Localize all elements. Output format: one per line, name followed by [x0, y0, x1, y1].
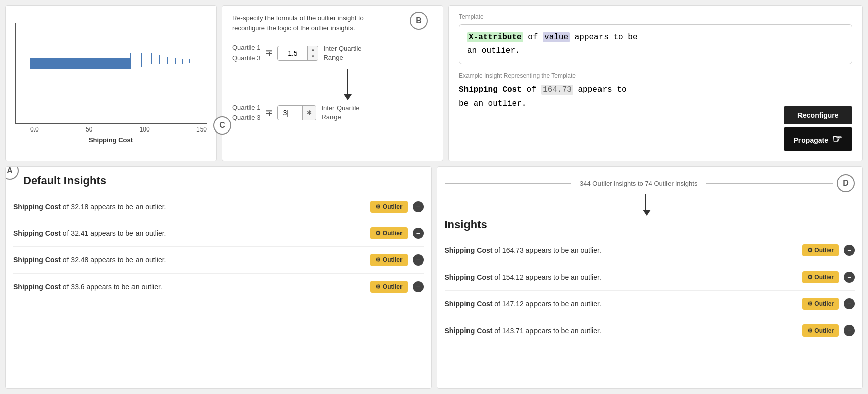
- propagate-label: Propagate: [794, 136, 828, 144]
- d-arrow-head: [643, 210, 651, 216]
- example-be-outlier: be an outlier.: [459, 99, 526, 108]
- x-label-0: 0.0: [30, 126, 39, 133]
- iqr-label-2: Inter Quartile Range: [321, 104, 359, 122]
- arrow-connector: [262, 69, 433, 100]
- plus-minus-1: ∓: [265, 48, 272, 58]
- right-insights-panel: 344 Outlier insights to 74 Outlier insig…: [437, 166, 863, 389]
- plus-minus-2: ∓: [265, 108, 272, 118]
- right-outlier-tag-4[interactable]: ⚙ Outlier: [802, 324, 839, 337]
- insight-bold-3: Shipping Cost: [13, 256, 61, 264]
- x-label-150: 150: [196, 126, 207, 133]
- tick1: [130, 53, 131, 69]
- tick4: [159, 55, 160, 64]
- quartile-row-2: Quartile 1 Quartile 3 ∓ 3| ✱ Inter Quart…: [232, 103, 433, 124]
- right-insight-text-4: Shipping Cost of 143.71 appears to be an…: [445, 326, 797, 335]
- remove-btn-2[interactable]: −: [413, 228, 424, 239]
- right-outlier-tag-2[interactable]: ⚙ Outlier: [802, 271, 839, 283]
- cursor-icon: ☞: [832, 133, 842, 146]
- right-insight-rest-2: of 154.12 appears to be an outlier.: [492, 273, 601, 281]
- chart-x-labels: 0.0 50 100 150: [15, 126, 207, 133]
- formula-description: Re-specify the formula of the outlier in…: [232, 13, 383, 33]
- insight-rest-1: of 32.18 appears to be an outlier.: [61, 203, 166, 211]
- outlier-tag-1[interactable]: ⚙ Outlier: [370, 201, 407, 213]
- example-shipping-cost: Shipping Cost: [459, 85, 522, 94]
- reconfigure-button[interactable]: Reconfigure: [784, 106, 852, 124]
- circle-d-label: D: [837, 174, 855, 192]
- remove-btn-4[interactable]: −: [413, 281, 424, 292]
- formula-panel: B C Re-specify the formula of the outlie…: [222, 5, 443, 161]
- default-insight-text-3: Shipping Cost of 32.48 appears to be an …: [13, 256, 365, 264]
- insights-count-text: 344 Outlier insights to 74 Outlier insig…: [580, 180, 697, 187]
- template-appears: appears to be: [575, 33, 638, 42]
- template-x-attr: X-attribute: [467, 32, 523, 42]
- header-left-line: [445, 183, 572, 184]
- remove-btn-1[interactable]: −: [413, 201, 424, 212]
- template-box: X-attribute of value appears to be an ou…: [459, 24, 852, 64]
- example-label: Example Insight Representing the Templat…: [459, 72, 852, 79]
- main-container: 0.0 50 100 150 Shipping Cost B C Re-spec…: [0, 0, 868, 394]
- right-insight-row-2: Shipping Cost of 154.12 appears to be an…: [445, 264, 855, 291]
- default-insight-text-1: Shipping Cost of 32.18 appears to be an …: [13, 203, 365, 211]
- right-outlier-tag-3[interactable]: ⚙ Outlier: [802, 298, 839, 310]
- default-insight-row-1: Shipping Cost of 32.18 appears to be an …: [13, 193, 424, 220]
- tick2: [141, 53, 142, 67]
- arrow-down-1[interactable]: ▼: [308, 53, 318, 60]
- tick6: [175, 58, 176, 64]
- right-insight-bold-3: Shipping Cost: [445, 300, 493, 308]
- right-insight-row-4: Shipping Cost of 143.71 appears to be an…: [445, 317, 855, 344]
- propagate-button[interactable]: Propagate☞: [784, 127, 852, 151]
- right-remove-btn-4[interactable]: −: [844, 325, 855, 336]
- right-outlier-tag-1[interactable]: ⚙ Outlier: [802, 244, 839, 256]
- chart-area: [15, 23, 207, 124]
- value-2-text[interactable]: 3|: [278, 106, 303, 120]
- chart-title: Shipping Cost: [89, 136, 133, 144]
- right-remove-btn-3[interactable]: −: [844, 298, 855, 309]
- outlier-tag-2[interactable]: ⚙ Outlier: [370, 227, 407, 239]
- remove-btn-3[interactable]: −: [413, 254, 424, 266]
- arrow-up-1[interactable]: ▲: [308, 46, 318, 53]
- circle-a-label: A: [5, 166, 19, 180]
- insight-rest-3: of 32.48 appears to be an outlier.: [61, 256, 166, 264]
- outlier-tag-4[interactable]: ⚙ Outlier: [370, 281, 407, 293]
- default-insight-text-4: Shipping Cost of 33.6 appears to be an o…: [13, 283, 365, 291]
- right-remove-btn-1[interactable]: −: [844, 245, 855, 256]
- outlier-tag-3[interactable]: ⚙ Outlier: [370, 254, 407, 266]
- right-insight-bold-1: Shipping Cost: [445, 246, 493, 254]
- right-panel-header-area: 344 Outlier insights to 74 Outlier insig…: [445, 174, 855, 216]
- value-2-star: ✱: [303, 106, 316, 120]
- tick7: [182, 59, 183, 64]
- right-insight-row-1: Shipping Cost of 164.73 appears to be an…: [445, 237, 855, 264]
- top-section: 0.0 50 100 150 Shipping Cost B C Re-spec…: [0, 0, 868, 161]
- action-buttons: Reconfigure Propagate☞: [784, 106, 852, 151]
- right-insight-row-3: Shipping Cost of 147.12 appears to be an…: [445, 291, 855, 317]
- value-1-text: 1.5: [278, 46, 308, 60]
- circle-c-label: C: [213, 116, 231, 135]
- quartile-labels-1: Quartile 1 Quartile 3: [232, 43, 260, 64]
- right-insight-text-2: Shipping Cost of 154.12 appears to be an…: [445, 273, 797, 281]
- right-insight-text-3: Shipping Cost of 147.12 appears to be an…: [445, 300, 797, 308]
- value-box-2[interactable]: 3| ✱: [277, 105, 316, 120]
- right-insight-text-1: Shipping Cost of 164.73 appears to be an…: [445, 246, 797, 254]
- iqr-label-1: Inter Quartile Range: [323, 44, 361, 62]
- x-label-100: 100: [140, 126, 150, 133]
- right-panel-header: Insights: [445, 218, 855, 231]
- insight-rest-4: of 33.6 appears to be an outlier.: [61, 283, 162, 291]
- tick8: [189, 59, 190, 63]
- chart-panel: 0.0 50 100 150 Shipping Cost: [5, 5, 217, 161]
- arrow-vertical-line: [347, 69, 348, 94]
- quartile-labels-2: Quartile 1 Quartile 3: [232, 103, 260, 124]
- arrow-head-down: [344, 94, 352, 100]
- right-insight-bold-4: Shipping Cost: [445, 326, 493, 335]
- value-1-arrows: ▲ ▼: [308, 46, 318, 60]
- right-insight-bold-2: Shipping Cost: [445, 273, 493, 281]
- template-an-outlier: an outlier.: [467, 46, 520, 55]
- right-panel-title: Insights: [445, 218, 487, 231]
- insight-rest-2: of 32.41 appears to be an outlier.: [61, 229, 166, 237]
- tick3: [151, 53, 152, 64]
- tick5: [167, 57, 168, 64]
- value-box-1[interactable]: 1.5 ▲ ▼: [277, 46, 318, 61]
- right-remove-btn-2[interactable]: −: [844, 272, 855, 283]
- template-of: of: [528, 33, 543, 42]
- x-label-50: 50: [86, 126, 92, 133]
- template-value: value: [543, 32, 570, 42]
